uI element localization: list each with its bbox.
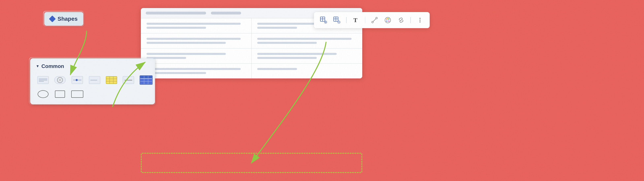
remove-table-button[interactable] xyxy=(332,15,342,25)
svg-text:T: T xyxy=(354,17,358,23)
table-row xyxy=(141,64,362,78)
svg-point-15 xyxy=(386,18,388,20)
dashed-selection-rect xyxy=(141,153,362,173)
table-cell xyxy=(141,18,252,33)
cell-line xyxy=(257,42,317,44)
common-panel: ▼ Common xyxy=(30,58,155,104)
table-row xyxy=(141,48,362,64)
rect-small-item[interactable] xyxy=(53,89,67,99)
cell-line xyxy=(257,68,297,70)
svg-point-12 xyxy=(372,21,373,23)
svg-point-17 xyxy=(386,20,388,22)
grid-yellow-shape-icon xyxy=(106,76,117,84)
ellipse-shape-icon xyxy=(38,90,48,98)
cell-line xyxy=(146,72,206,74)
rect-small-shape-icon xyxy=(55,90,65,98)
input-shape-icon xyxy=(89,76,100,84)
cell-line xyxy=(146,38,241,40)
shapes-panel-title: Shapes xyxy=(58,16,78,22)
svg-point-13 xyxy=(376,17,377,19)
svg-point-20 xyxy=(420,18,420,19)
common-section-title: Common xyxy=(42,63,64,70)
toolbar-divider xyxy=(346,17,346,23)
toolbar-panel: T xyxy=(314,12,430,28)
cell-line xyxy=(257,53,337,55)
radio-item[interactable] xyxy=(53,74,67,86)
divider-item[interactable] xyxy=(121,74,136,86)
shapes-panel: Shapes xyxy=(44,12,83,26)
header-bar-2 xyxy=(211,12,241,14)
grid-yellow-item[interactable] xyxy=(104,74,119,86)
rect-large-shape-icon xyxy=(71,90,83,98)
table-cell xyxy=(141,64,252,78)
common-header: ▼ Common xyxy=(36,63,149,70)
svg-point-21 xyxy=(420,20,420,21)
collapse-arrow-icon[interactable]: ▼ xyxy=(36,64,40,68)
radio-shape-icon xyxy=(54,76,66,84)
table-cell xyxy=(141,34,252,48)
cell-line xyxy=(257,57,317,59)
cell-line xyxy=(257,38,352,40)
list-item[interactable] xyxy=(36,74,50,86)
divider-shape-icon xyxy=(123,76,134,84)
rect-large-item[interactable] xyxy=(70,89,85,99)
table-row xyxy=(141,34,362,48)
more-options-button[interactable] xyxy=(415,15,425,25)
header-bar-1 xyxy=(146,12,206,14)
cell-line xyxy=(146,27,206,29)
color-button[interactable] xyxy=(383,15,393,25)
cell-line xyxy=(257,27,297,29)
slider-item[interactable] xyxy=(70,74,85,86)
svg-point-19 xyxy=(388,18,388,19)
table-cell xyxy=(252,64,362,78)
table-cell xyxy=(252,48,362,63)
toolbar-divider-2 xyxy=(365,17,366,23)
link-button[interactable] xyxy=(396,15,406,25)
text-button[interactable]: T xyxy=(351,15,361,25)
cell-line xyxy=(146,68,241,70)
diamond-icon xyxy=(49,16,56,22)
svg-point-16 xyxy=(388,18,390,20)
svg-point-18 xyxy=(388,20,390,22)
table-blue-shape-icon xyxy=(140,76,152,85)
table-cell xyxy=(252,34,362,48)
cell-line xyxy=(146,42,226,44)
add-table-button[interactable] xyxy=(319,15,328,25)
ellipse-item[interactable] xyxy=(36,89,50,100)
slider-shape-icon xyxy=(72,76,83,84)
cell-line xyxy=(146,23,241,25)
connect-button[interactable] xyxy=(370,15,379,25)
cell-line xyxy=(146,53,226,55)
toolbar-divider-3 xyxy=(410,17,411,23)
table-cell xyxy=(141,48,252,63)
input-item[interactable] xyxy=(87,74,102,86)
svg-point-22 xyxy=(420,22,420,22)
list-shape-icon xyxy=(38,76,49,84)
shapes-grid xyxy=(36,74,149,100)
table-blue-item[interactable] xyxy=(138,74,154,86)
